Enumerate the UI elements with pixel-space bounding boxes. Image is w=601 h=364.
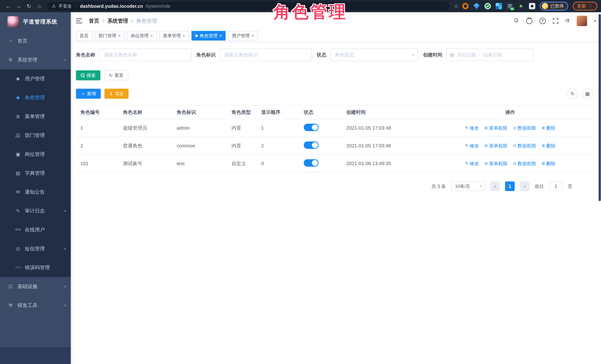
forward-icon[interactable]: → — [14, 2, 23, 10]
sidebar-item-notice[interactable]: ✉通知公告 — [0, 183, 72, 201]
tab-岗位管理[interactable]: 岗位管理× — [127, 31, 157, 40]
data-permission-link[interactable]: ⊙数据权限 — [513, 125, 536, 131]
close-icon[interactable]: × — [251, 33, 254, 38]
sidebar-item-dict[interactable]: ▤字典管理 — [0, 164, 72, 183]
roles-table: 角色编号角色名称角色标识角色类型显示顺序状态创建时间操作 1超级管理员admin… — [76, 105, 593, 173]
menu-perm-icon: ⊚ — [484, 143, 488, 148]
home-icon[interactable]: ⌂ — [35, 2, 44, 10]
menu-permission-link[interactable]: ⊚菜单权限 — [484, 160, 508, 167]
sidebar-item-label: 菜单管理 — [25, 113, 45, 120]
status-select[interactable]: 角色状态 ▾ — [330, 49, 418, 61]
export-button[interactable]: ↧ 导出 — [104, 89, 129, 99]
code-icon: </> — [15, 266, 21, 269]
status-toggle[interactable] — [304, 141, 319, 149]
help-icon[interactable]: ? — [540, 18, 546, 24]
app-logo-row[interactable]: 芋道管理系统 — [0, 12, 72, 31]
hamburger-icon[interactable] — [76, 19, 82, 23]
sidebar-item-dashboard[interactable]: ◔首页 — [0, 31, 72, 50]
bookmark-star-icon[interactable]: ☆ — [454, 3, 459, 9]
search-button[interactable]: 搜索 — [76, 70, 100, 80]
current-page-button[interactable]: 1 — [505, 181, 515, 191]
delete-icon: ⊗ — [541, 161, 545, 166]
sidebar: 芋道管理系统 ◔首页⚙系统管理∧☻用户管理☻角色管理≣菜单管理品部门管理▣岗位管… — [0, 12, 72, 364]
sidebar-item-user[interactable]: ☻用户管理 — [0, 69, 72, 88]
delete-link[interactable]: ⊗删除 — [541, 160, 555, 167]
close-icon[interactable]: × — [118, 33, 121, 38]
action-label: 修改 — [470, 160, 479, 167]
table-row: 2普通角色common内置22021-01-05 17:03:48✎修改⊚菜单权… — [76, 137, 593, 155]
action-label: 删除 — [546, 125, 555, 131]
page-size-select[interactable]: 10条/页 ▾ — [451, 181, 485, 191]
delete-link[interactable]: ⊗删除 — [541, 125, 555, 131]
sidebar-item-infra[interactable]: ⊡基础设施∨ — [0, 277, 72, 296]
sidebar-item-sms[interactable]: ◎短信管理∨ — [0, 239, 72, 258]
reset-button[interactable]: ↻ 重置 — [104, 70, 128, 80]
extension-switch-on-icon[interactable] — [507, 3, 513, 9]
top-navbar: 首页 / 系统管理 / 角色管理 ? tT ▾ — [72, 12, 601, 30]
sidebar-item-log[interactable]: ✎审计日志∨ — [0, 201, 72, 220]
fullscreen-icon[interactable] — [553, 18, 558, 24]
window-scrollbar-thumb[interactable] — [599, 14, 601, 201]
breadcrumb-home[interactable]: 首页 — [89, 17, 99, 24]
sidebar-item-gear[interactable]: ⚙系统管理∧ — [0, 50, 72, 69]
user-avatar[interactable] — [577, 16, 587, 26]
status-toggle[interactable] — [304, 124, 319, 131]
extensions-puzzle-icon[interactable] — [529, 3, 535, 9]
tab-label: 角色管理 — [200, 33, 217, 39]
tab-部门管理[interactable]: 部门管理× — [95, 31, 124, 40]
data-permission-link[interactable]: ⊙数据权限 — [513, 160, 536, 167]
update-button[interactable]: 更新 ⋮ — [573, 2, 598, 10]
tab-角色管理[interactable]: 角色管理× — [191, 31, 226, 40]
role-name-input[interactable] — [99, 49, 191, 61]
prev-page-button[interactable]: ‹ — [490, 181, 500, 191]
reload-icon[interactable]: ↻ — [24, 2, 33, 10]
delete-link[interactable]: ⊗删除 — [541, 143, 555, 149]
github-icon[interactable] — [526, 18, 532, 24]
sidebar-item-org-tree[interactable]: 品部门管理 — [0, 126, 72, 145]
kebab-menu-icon[interactable]: ⋮ — [588, 3, 593, 9]
close-icon[interactable]: × — [219, 33, 222, 38]
screen: ← → ↻ ⌂ ⚠ 不安全 │ dashboard.yudao.iocoder.… — [0, 0, 601, 364]
chevron-down-icon[interactable]: ▾ — [594, 19, 596, 23]
address-bar[interactable]: ⚠ 不安全 │ dashboard.yudao.iocoder.cn /syst… — [47, 2, 450, 10]
action-label: 修改 — [470, 125, 479, 131]
extension-grid-icon[interactable] — [496, 3, 502, 9]
extension-monkey-icon[interactable] — [518, 3, 524, 9]
extension-green-circle-icon[interactable] — [484, 3, 491, 9]
back-icon[interactable]: ← — [4, 2, 13, 10]
edit-link[interactable]: ✎修改 — [465, 143, 479, 149]
breadcrumb-system[interactable]: 系统管理 — [107, 17, 128, 24]
extension-blue-gem-icon[interactable] — [473, 3, 480, 9]
status-toggle[interactable] — [304, 159, 319, 167]
edit-link[interactable]: ✎修改 — [465, 125, 479, 131]
sidebar-item-badge[interactable]: ▣岗位管理 — [0, 145, 72, 164]
tab-用户管理[interactable]: 用户管理× — [228, 31, 258, 40]
profile-paused-chip[interactable]: 已暂停 — [540, 2, 568, 10]
edit-link[interactable]: ✎修改 — [465, 160, 479, 167]
refresh-button[interactable]: ↻ — [568, 89, 578, 99]
date-range-picker[interactable]: ▦ 开始日期 - 结束日期 — [446, 49, 533, 61]
sidebar-item-tools[interactable]: ⚒研发工具∨ — [0, 296, 72, 315]
sidebar-item-menu-list[interactable]: ≣菜单管理 — [0, 107, 72, 126]
data-permission-link[interactable]: ⊙数据权限 — [513, 143, 536, 149]
next-page-button[interactable]: › — [520, 181, 530, 191]
column-settings-button[interactable]: ▦ — [582, 89, 593, 99]
main-area: 首页 / 系统管理 / 角色管理 ? tT ▾ 首页部门管理×岗位管理×菜单管理… — [72, 12, 601, 364]
close-icon[interactable]: × — [150, 33, 153, 38]
tab-菜单管理[interactable]: 菜单管理× — [159, 31, 189, 40]
add-button[interactable]: ＋ 新增 — [76, 89, 101, 99]
sidebar-item-role[interactable]: ☻角色管理 — [0, 88, 72, 107]
search-icon[interactable] — [514, 19, 519, 23]
sidebar-item-online[interactable]: 0x0在线用户 — [0, 220, 72, 239]
sidebar-item-code[interactable]: </>错误码管理 — [0, 258, 72, 277]
font-size-icon[interactable]: tT — [565, 18, 570, 24]
goto-page-input[interactable] — [549, 181, 562, 191]
extension-orange-ring-icon[interactable] — [462, 3, 469, 9]
menu-permission-link[interactable]: ⊚菜单权限 — [484, 125, 508, 131]
role-key-input[interactable] — [219, 49, 312, 61]
sidebar-scrollbar[interactable] — [71, 12, 72, 364]
menu-permission-link[interactable]: ⊚菜单权限 — [484, 143, 508, 149]
close-icon[interactable]: × — [183, 33, 185, 38]
chevron-up-icon: ∧ — [64, 58, 66, 62]
tab-首页[interactable]: 首页 — [76, 31, 92, 40]
